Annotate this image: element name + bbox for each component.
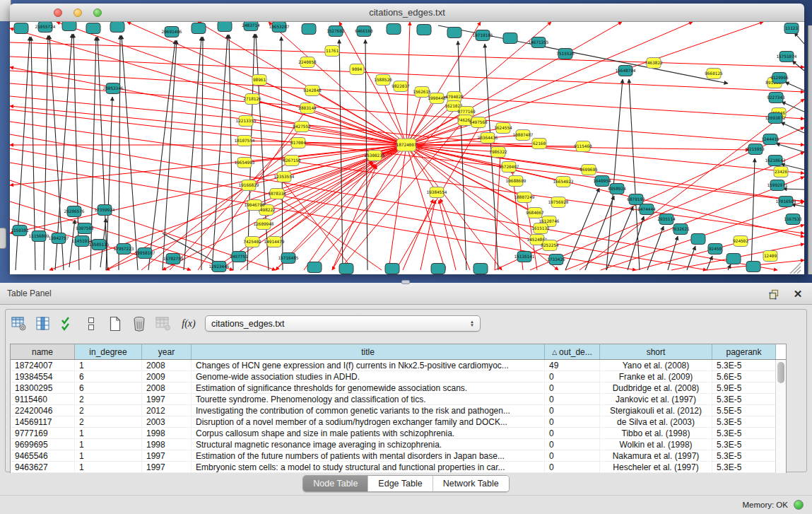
table-settings-icon[interactable] [8,314,30,334]
network-node[interactable] [62,22,76,31]
network-edge[interactable] [728,264,731,270]
new-table-icon[interactable] [105,314,126,334]
network-node[interactable]: 1150381 [11,226,29,236]
network-edge[interactable] [247,34,254,270]
network-node[interactable]: 12409 [763,251,777,262]
network-node[interactable] [339,264,353,274]
network-node[interactable]: 12353554 [274,172,295,182]
network-node[interactable]: 92450 [708,244,722,255]
network-node[interactable] [726,254,741,264]
network-node[interactable]: 1527602 [326,26,345,37]
network-node[interactable]: 3624554 [494,123,512,134]
float-window-icon[interactable] [767,287,781,301]
network-edge[interactable] [98,37,107,270]
network-node[interactable]: 7515526 [556,49,575,59]
network-node[interactable]: 16782759 [163,254,184,264]
network-node[interactable]: 2240058 [298,57,317,68]
network-node[interactable]: 20691406 [162,27,182,37]
network-node[interactable]: 14671355 [529,37,549,48]
network-node[interactable]: 19384554 [427,187,447,198]
network-edge[interactable] [249,145,406,185]
network-edge[interactable] [163,145,406,270]
import-table-icon[interactable] [153,314,174,334]
column-header-year[interactable]: year [142,344,192,359]
network-node[interactable]: 10958107 [135,248,155,259]
network-node[interactable]: 8215953 [746,144,765,155]
network-node[interactable]: 8958924 [608,184,626,194]
zoom-window-icon[interactable] [93,8,102,17]
network-node[interactable]: 14914479 [264,237,285,247]
network-node[interactable]: 19756928 [548,197,569,208]
network-edge[interactable] [406,144,539,145]
network-edge[interactable] [792,61,804,71]
network-edge[interactable] [10,83,804,145]
network-node[interactable]: 9660125 [705,69,723,79]
network-edge[interactable] [212,35,228,270]
network-node[interactable] [503,33,517,44]
table-row[interactable]: 977716911998Corpus callosum shape and si… [11,428,786,439]
network-edge[interactable] [339,40,343,270]
table-row[interactable]: 969969511998Structural magnetic resonanc… [11,439,786,450]
network-edge[interactable] [256,34,269,270]
network-node[interactable]: 11123 [784,23,799,34]
network-node[interactable]: 10807487 [513,130,534,141]
network-node[interactable]: 9474444 [637,204,656,215]
column-visibility-icon[interactable] [33,314,54,334]
network-edge[interactable] [304,165,376,270]
close-window-icon[interactable] [54,8,62,17]
table-row[interactable]: 1872400712008Changes of HCN gene express… [11,360,786,371]
table-row[interactable]: 1830029562008Estimation of significance … [11,382,786,394]
network-node[interactable]: 2935114 [657,214,676,225]
network-edge[interactable] [10,106,406,145]
network-edge[interactable] [629,79,640,270]
network-node[interactable]: 6497568 [469,117,488,128]
network-node[interactable]: 2483714 [242,22,260,31]
network-node[interactable]: 9699695 [579,165,598,175]
network-node[interactable]: 20206576 [64,206,85,217]
column-header-in_degree[interactable]: in_degree [75,344,142,359]
network-node[interactable]: 16654923 [553,177,574,187]
network-window-titlebar[interactable]: citations_edges.txt [10,4,804,22]
network-node[interactable]: 1167533 [784,214,802,225]
network-node[interactable]: 25300235 [365,151,385,161]
network-node[interactable]: 6466160 [355,26,373,37]
network-node[interactable]: 10719185 [473,30,493,41]
network-node[interactable] [307,262,322,273]
network-node[interactable]: 5878334 [268,189,286,199]
network-node[interactable]: 21055724 [35,22,56,33]
network-node[interactable]: 8267150 [283,156,301,166]
network-node[interactable]: 17957223 [114,244,134,255]
network-node[interactable]: 17359924 [95,205,115,216]
network-node[interactable]: 1640954 [593,176,611,187]
delete-table-icon[interactable] [129,314,150,334]
network-node[interactable]: 1733426 [547,255,565,265]
network-node[interactable]: 9094 [350,64,364,75]
network-edge[interactable] [10,145,406,185]
network-node[interactable]: 15751074 [777,52,797,62]
network-node[interactable]: 2803144 [298,103,317,114]
network-edge[interactable] [406,22,481,145]
network-node[interactable]: 18107554 [235,136,255,146]
network-node[interactable]: 62160 [532,139,546,149]
network-node[interactable]: 7463822 [645,58,663,69]
network-node[interactable] [385,264,399,274]
network-node[interactable] [14,23,28,34]
network-node[interactable] [746,262,760,272]
network-node[interactable]: 7632621 [671,224,690,235]
tab-node-table[interactable]: Node Table [303,476,368,491]
network-node[interactable]: 18724007 [396,139,417,151]
network-node[interactable]: 11156869 [29,231,49,242]
network-edge[interactable] [794,33,804,44]
network-node[interactable] [473,264,488,274]
network-node[interactable] [447,28,461,38]
network-node[interactable] [417,25,431,35]
network-edge[interactable] [332,165,377,270]
table-row[interactable]: 1938455462009Genome-wide association stu… [11,371,786,382]
column-header-name[interactable]: name [11,344,75,359]
network-edge[interactable] [458,41,466,270]
network-node[interactable] [431,264,445,274]
function-builder-icon[interactable]: f(x) [177,314,201,334]
minimize-window-icon[interactable] [73,8,82,17]
network-node[interactable]: 9457751 [230,252,248,262]
network-node[interactable]: 9684067 [526,208,544,218]
